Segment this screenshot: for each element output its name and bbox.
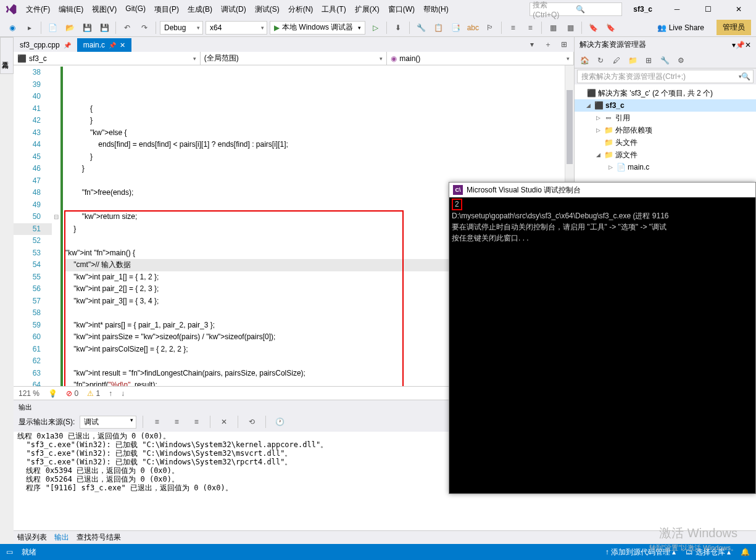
bell-icon[interactable]: 🔔: [741, 548, 750, 556]
liveshare-icon: 👥: [657, 23, 667, 32]
menu-项目(P)[interactable]: 项目(P): [151, 2, 183, 17]
tb-indent2[interactable]: ≡: [523, 20, 538, 35]
config-dropdown[interactable]: Debug: [160, 21, 203, 35]
tab-main-c[interactable]: main.c📌✕: [77, 38, 131, 52]
search-box[interactable]: 搜索 (Ctrl+Q) 🔍: [530, 2, 622, 16]
panel-pin-icon[interactable]: 📌: [736, 41, 745, 49]
panel-close-icon[interactable]: ✕: [745, 41, 751, 49]
out-time[interactable]: 🕐: [272, 414, 287, 429]
menu-扩展(X)[interactable]: 扩展(X): [351, 2, 383, 17]
admin-badge: 管理员: [717, 20, 751, 35]
tree-root[interactable]: ⬛解决方案 'sf3_c' (2 个项目, 共 2 个): [575, 87, 756, 99]
menu-分析(N)[interactable]: 分析(N): [285, 2, 317, 17]
menu-调试(D)[interactable]: 调试(D): [217, 2, 250, 17]
sln-btn7[interactable]: ⚙: [673, 53, 688, 68]
sln-btn2[interactable]: ↻: [593, 53, 608, 68]
tab-add[interactable]: ＋: [541, 37, 555, 52]
start-debug-button[interactable]: ▶本地 Windows 调试器▾: [270, 21, 365, 35]
tab-errorlist[interactable]: 错误列表: [17, 532, 47, 543]
liveshare-button[interactable]: 👥Live Share: [652, 23, 709, 32]
sln-btn4[interactable]: 📁: [625, 53, 640, 68]
zoom-level[interactable]: 121 %: [19, 389, 39, 398]
out-btn2[interactable]: ≡: [169, 414, 184, 429]
pin-icon[interactable]: 📌: [64, 42, 71, 49]
sln-btn5[interactable]: ⊞: [641, 53, 656, 68]
tree-ext[interactable]: ▷📁外部依赖项: [575, 124, 756, 136]
out-wrap[interactable]: ⟲: [244, 414, 259, 429]
tb-bm[interactable]: 🔖: [586, 20, 600, 35]
tb-btn6[interactable]: 🏳: [483, 20, 497, 35]
tb-btn1[interactable]: ⬇: [391, 20, 405, 35]
console-text: D:\mysetup\gopath\src\dsy\sf3_c\x64\Debu…: [452, 212, 669, 242]
nav-fwd-button[interactable]: ▸: [22, 20, 37, 35]
out-btn1[interactable]: ≡: [149, 414, 164, 429]
add-to-sourcecontrol[interactable]: ↑ 添加到源代码管理 ▴: [605, 547, 676, 558]
nav-project[interactable]: ⬛sf3_c: [14, 52, 201, 65]
undo-button[interactable]: ↶: [120, 20, 135, 35]
close-button[interactable]: ✕: [726, 0, 751, 19]
open-button[interactable]: 📂: [62, 20, 77, 35]
nav-back-button[interactable]: ◉: [5, 20, 20, 35]
sln-btn6[interactable]: 🔧: [657, 53, 672, 68]
light-bulb-icon[interactable]: 💡: [48, 389, 57, 398]
toolbox-tab[interactable]: 工具箱: [0, 37, 14, 74]
tb-cmt1[interactable]: ▦: [546, 20, 560, 35]
tb-btn5[interactable]: abc: [465, 20, 480, 35]
editor-tabs: sf3_cpp.cpp📌 main.c📌✕ ▾＋⊞: [14, 37, 574, 52]
tb-indent1[interactable]: ≡: [505, 20, 520, 35]
status-bar: ▭ 就绪 ↑ 添加到源代码管理 ▴ 🗂 选择仓库 ▴ 🔔: [0, 544, 756, 560]
tab-findsymbol[interactable]: 查找符号结果: [77, 532, 121, 543]
menu-生成(B)[interactable]: 生成(B): [184, 2, 216, 17]
tb-bm2[interactable]: 🔖: [603, 20, 618, 35]
close-icon[interactable]: ✕: [120, 41, 125, 49]
toolbar: ◉ ▸ 📄 📂 💾 💾 ↶ ↷ Debug x64 ▶本地 Windows 调试…: [0, 19, 756, 37]
window-title: sf3_c: [627, 5, 658, 14]
new-button[interactable]: 📄: [45, 20, 60, 35]
tb-btn2[interactable]: 🔧: [413, 20, 428, 35]
error-count[interactable]: 0: [66, 389, 78, 398]
sln-home[interactable]: 🏠: [577, 53, 592, 68]
menu-视图(V)[interactable]: 视图(V): [88, 2, 120, 17]
menu-文件(F)[interactable]: 文件(F): [22, 2, 54, 17]
tab-sf3-cpp[interactable]: sf3_cpp.cpp📌: [14, 38, 77, 52]
platform-dropdown[interactable]: x64: [206, 21, 267, 35]
menu-测试(S)[interactable]: 测试(S): [251, 2, 283, 17]
console-titlebar[interactable]: C\ Microsoft Visual Studio 调试控制台: [449, 183, 755, 197]
menu-Git(G)[interactable]: Git(G): [122, 2, 149, 17]
scroll-thumb[interactable]: [567, 90, 573, 164]
out-btn3[interactable]: ≡: [189, 414, 204, 429]
menu-帮助(H)[interactable]: 帮助(H): [420, 2, 452, 17]
tab-output[interactable]: 输出: [54, 532, 69, 543]
warning-count[interactable]: 1: [87, 389, 100, 398]
tree-project[interactable]: ◢⬛sf3_c: [575, 99, 756, 112]
pin-icon[interactable]: 📌: [109, 42, 116, 49]
save-button[interactable]: 💾: [80, 20, 94, 35]
saveall-button[interactable]: 💾: [97, 20, 112, 35]
menu-工具(T)[interactable]: 工具(T): [318, 2, 349, 17]
tree-refs[interactable]: ▷▫▫引用: [575, 112, 756, 124]
sln-btn3[interactable]: 🖊: [609, 53, 624, 68]
menu-编辑(E)[interactable]: 编辑(E): [55, 2, 87, 17]
nav-func[interactable]: ◉main(): [387, 52, 574, 65]
menu-窗口(W)[interactable]: 窗口(W): [384, 2, 418, 17]
tb-cmt2[interactable]: ▦: [563, 20, 578, 35]
minimize-button[interactable]: ─: [665, 0, 689, 19]
tree-hdr[interactable]: 📁头文件: [575, 136, 756, 149]
out-clear[interactable]: ✕: [217, 414, 231, 429]
up-arrow-icon[interactable]: ↑: [109, 389, 112, 398]
nav-scope[interactable]: (全局范围): [201, 52, 388, 65]
start-nodbg-button[interactable]: ▷: [368, 20, 383, 35]
tree-src[interactable]: ◢📁源文件: [575, 149, 756, 161]
tree-file-mainc[interactable]: ▷📄main.c: [575, 161, 756, 173]
main-menu: 文件(F)编辑(E)视图(V)Git(G)项目(P)生成(B)调试(D)测试(S…: [22, 2, 452, 17]
tab-dropdown[interactable]: ▾: [525, 37, 539, 52]
down-arrow-icon[interactable]: ↓: [121, 389, 125, 398]
select-repo[interactable]: 🗂 选择仓库 ▴: [686, 547, 731, 558]
tab-split[interactable]: ⊞: [557, 37, 571, 52]
maximize-button[interactable]: ☐: [696, 0, 720, 19]
tb-btn4[interactable]: 📑: [448, 20, 463, 35]
tb-btn3[interactable]: 📋: [431, 20, 446, 35]
redo-button[interactable]: ↷: [137, 20, 152, 35]
output-src-dropdown[interactable]: 调试: [80, 416, 136, 429]
solution-search[interactable]: 搜索解决方案资源管理器(Ctrl+;)🔍: [577, 70, 754, 83]
